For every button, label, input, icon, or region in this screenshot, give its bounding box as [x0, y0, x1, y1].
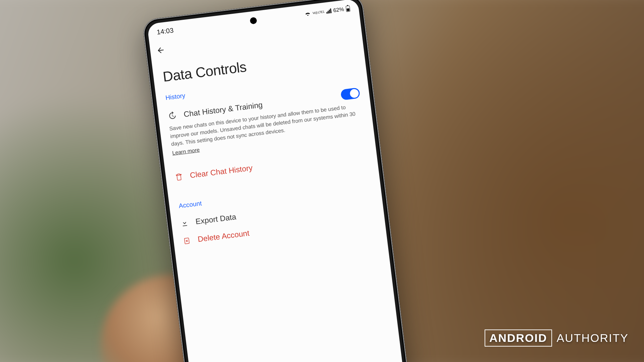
watermark-brand1: ANDROID — [485, 329, 552, 347]
delete-x-icon — [183, 236, 191, 245]
learn-more-link[interactable]: Learn more — [172, 147, 200, 156]
delete-account-label: Delete Account — [197, 229, 250, 244]
export-data-label: Export Data — [195, 212, 237, 226]
wifi-icon — [304, 11, 311, 16]
status-carrier: Vo)) LTE1 — [312, 10, 325, 14]
back-button[interactable] — [156, 46, 165, 55]
trash-icon — [175, 172, 183, 181]
watermark: ANDROID AUTHORITY — [485, 329, 629, 347]
status-time: 14:03 — [156, 26, 174, 36]
signal-icon — [326, 8, 332, 14]
status-battery-pct: 62% — [333, 6, 344, 14]
arrow-left-icon — [156, 46, 165, 55]
chat-history-training-toggle[interactable] — [340, 87, 360, 101]
battery-icon — [346, 5, 350, 12]
watermark-brand2: AUTHORITY — [557, 331, 629, 345]
clear-chat-history-label: Clear Chat History — [189, 163, 253, 180]
history-icon — [167, 111, 177, 121]
download-icon — [181, 219, 189, 228]
